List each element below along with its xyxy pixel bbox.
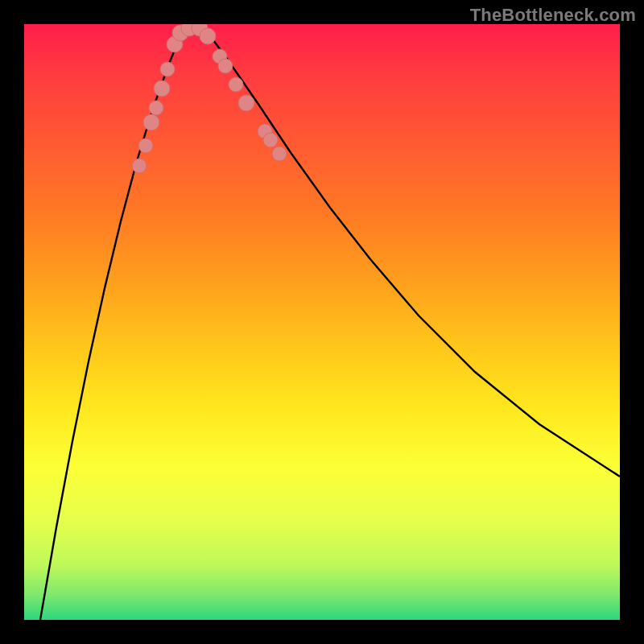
marker-layer	[132, 24, 287, 173]
curve-left	[40, 24, 185, 620]
data-marker	[160, 62, 175, 76]
data-marker	[149, 101, 163, 115]
chart-stage: TheBottleneck.com	[0, 0, 644, 644]
data-marker	[272, 147, 287, 161]
watermark-text: TheBottleneck.com	[470, 5, 636, 26]
data-marker	[238, 95, 254, 111]
data-marker	[229, 77, 243, 92]
data-marker	[138, 138, 153, 153]
data-marker	[218, 59, 233, 73]
data-marker	[154, 80, 170, 97]
chart-svg	[24, 24, 620, 620]
curve-right	[201, 24, 620, 477]
data-marker	[200, 28, 216, 44]
data-marker	[143, 114, 159, 130]
data-marker	[132, 159, 147, 173]
data-marker	[263, 133, 278, 147]
chart-plot-area	[24, 24, 620, 620]
